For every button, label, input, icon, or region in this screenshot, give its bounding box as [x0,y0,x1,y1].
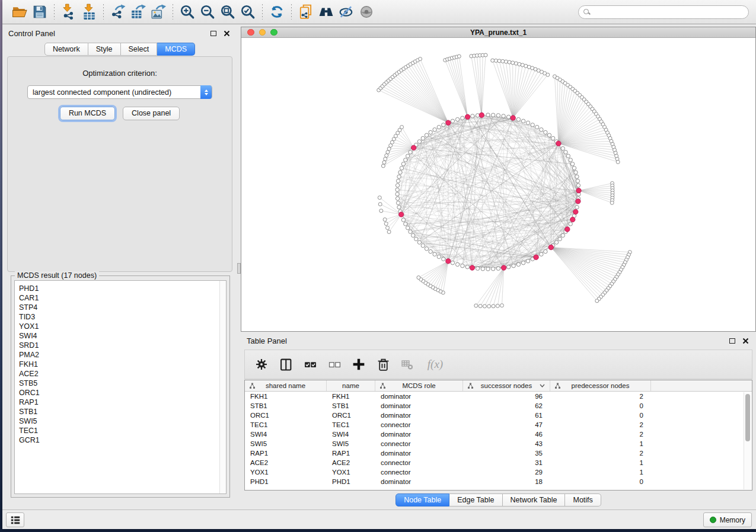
mcds-result-item[interactable]: RAP1 [19,398,226,407]
table-row-ORC1[interactable]: ORC1ORC1dominator610 [245,411,752,420]
dropdown-selected-value: largest connected component (undirected) [28,88,212,97]
mcds-result-item[interactable]: TID3 [19,312,226,322]
mcds-result-item[interactable]: ORC1 [19,388,226,398]
table-row-ACE2[interactable]: ACE2ACE2connector311 [245,458,752,467]
add-column-button[interactable] [352,357,366,371]
tab-network-table[interactable]: Network Table [503,493,566,507]
mcds-result-item[interactable]: CAR1 [19,293,226,303]
search-binoculars-button[interactable] [316,2,336,21]
mcds-result-item[interactable]: ACE2 [19,369,226,379]
tab-network[interactable]: Network [44,43,88,56]
table-scrollbar-thumb[interactable] [745,394,750,441]
table-row-RAP1[interactable]: RAP1RAP1dominator352 [245,448,752,458]
mcds-hub-node[interactable] [511,116,515,120]
mcds-hub-node[interactable] [534,255,538,259]
mcds-result-item[interactable]: GCR1 [19,435,226,445]
table-row-TEC1[interactable]: TEC1TEC1connector472 [245,420,752,430]
table-row-SWI5[interactable]: SWI5SWI5connector431 [245,439,752,448]
save-session-button[interactable] [30,2,50,21]
table-settings-gear-button[interactable] [254,357,269,371]
tab-node-table[interactable]: Node Table [395,493,449,507]
network-window-titlebar[interactable]: YPA_prune.txt_1 [241,27,755,38]
mcds-result-item[interactable]: STB5 [19,379,226,388]
optimization-criterion-dropdown[interactable]: largest connected component (undirected) [27,85,212,99]
column-header-name[interactable]: name [327,380,375,391]
result-list-scrollbar[interactable] [219,281,226,493]
mcds-hub-node[interactable] [570,217,575,222]
column-header-predecessor-nodes[interactable]: predecessor nodes [550,380,651,391]
mcds-result-item[interactable]: YOX1 [19,322,226,331]
mcds-hub-node[interactable] [412,145,416,150]
hide-graphics-button[interactable] [336,2,356,21]
mcds-hub-node[interactable] [479,113,484,117]
table-row-FKH1[interactable]: FKH1FKH1dominator962 [245,392,752,401]
mcds-result-item[interactable]: PHD1 [19,284,226,293]
table-row-YOX1[interactable]: YOX1YOX1connector291 [245,467,752,477]
mcds-hub-node[interactable] [470,265,474,270]
show-columns-button[interactable] [279,357,293,371]
column-header-MCDS-role[interactable]: MCDS role [375,380,463,391]
mcds-hub-node[interactable] [446,120,451,125]
refresh-icon [269,4,285,20]
close-panel-button[interactable]: Close panel [123,107,180,120]
table-row-PHD1[interactable]: PHD1PHD1dominator180 [245,477,752,486]
task-history-button[interactable] [6,512,24,527]
mcds-hub-node[interactable] [573,209,578,214]
float-panel-icon[interactable] [209,28,218,38]
export-table-button[interactable] [128,2,148,21]
zoom-in-button[interactable] [177,2,197,21]
mcds-result-item[interactable]: STB1 [19,407,226,416]
mcds-hub-node[interactable] [548,245,553,249]
run-mcds-button[interactable]: Run MCDS [60,107,115,120]
select-all-button[interactable] [303,357,317,371]
tab-select[interactable]: Select [121,43,158,56]
memory-button[interactable]: Memory [703,512,752,527]
mcds-hub-node[interactable] [576,188,581,193]
open-file-button[interactable] [9,2,30,21]
tab-style[interactable]: Style [88,43,121,56]
clone-network-button[interactable] [296,2,316,21]
import-table-button[interactable] [79,2,99,21]
export-image-button[interactable] [148,2,168,21]
show-graphics-button[interactable] [356,2,377,21]
delete-column-button[interactable] [376,357,390,371]
close-panel-icon[interactable] [741,336,750,345]
tab-edge-table[interactable]: Edge Table [449,493,502,507]
node-table[interactable]: shared namenameMCDS rolesuccessor nodesp… [244,380,752,491]
mcds-hub-node[interactable] [399,212,404,217]
close-panel-icon[interactable] [222,28,231,38]
deselect-all-button[interactable] [327,357,342,371]
mcds-hub-node[interactable] [565,227,570,232]
mcds-result-item[interactable]: SWI4 [19,331,226,341]
network-canvas[interactable] [241,39,755,331]
mcds-result-item[interactable]: SWI5 [19,416,226,426]
mcds-result-list[interactable]: PHD1CAR1STP4TID3YOX1SWI4SRD1PMA2FKH1ACE2… [14,280,227,494]
zoom-selected-button[interactable] [238,2,258,21]
column-header-shared-name[interactable]: shared name [245,380,327,391]
mcds-result-item[interactable]: TEC1 [19,426,226,435]
mcds-result-item[interactable]: FKH1 [19,360,226,369]
network-graph[interactable] [241,39,755,331]
tab-motifs[interactable]: Motifs [565,493,601,507]
mcds-hub-node[interactable] [501,265,506,270]
mcds-hub-node[interactable] [465,114,470,119]
table-scrollbar[interactable] [744,392,751,489]
mcds-result-item[interactable]: PMA2 [19,350,226,360]
table-row-STB1[interactable]: STB1STB1dominator620 [245,401,752,411]
mcds-hub-node[interactable] [446,259,451,264]
float-panel-icon[interactable] [728,336,737,345]
export-network-button[interactable] [108,2,128,21]
mcds-result-item[interactable]: SRD1 [19,341,226,350]
refresh-layout-button[interactable] [267,2,287,21]
status-bar: Memory [2,509,756,529]
mcds-hub-node[interactable] [556,141,561,146]
tab-mcds[interactable]: MCDS [157,43,195,56]
import-network-button[interactable] [59,2,79,21]
search-input[interactable] [593,8,744,16]
mcds-result-item[interactable]: STP4 [19,303,226,312]
table-row-SWI4[interactable]: SWI4SWI4dominator462 [245,430,752,439]
zoom-out-button[interactable] [197,2,218,21]
column-header-successor-nodes[interactable]: successor nodes [463,380,550,391]
zoom-fit-button[interactable] [218,2,238,21]
mcds-hub-node[interactable] [576,199,580,204]
